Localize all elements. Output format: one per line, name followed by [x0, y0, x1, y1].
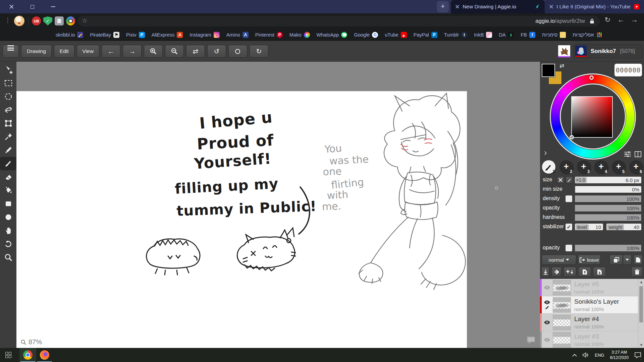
add-layer-below-button[interactable] — [564, 267, 576, 277]
bookmark-item[interactable]: FB f — [521, 32, 535, 38]
hue-cursor[interactable] — [589, 75, 594, 80]
merge-down-button[interactable] — [541, 267, 549, 277]
duplicate-layer-button[interactable] — [609, 255, 623, 265]
bookmark-item[interactable]: Tumblr t — [444, 32, 468, 38]
new-layer-button[interactable] — [634, 255, 643, 265]
bookmark-item[interactable]: InkB — [474, 32, 492, 38]
bookmark-item[interactable]: Google G — [354, 32, 378, 38]
bookmark-item[interactable]: סימניות — [542, 32, 566, 38]
tool-undo-button[interactable] — [0, 237, 16, 251]
bookmark-item[interactable]: Pixiv P — [126, 32, 145, 38]
tool-lasso-button[interactable] — [0, 103, 16, 117]
bookmark-item[interactable]: Amino A — [226, 32, 249, 38]
tool-eraser-button[interactable] — [0, 170, 16, 184]
blend-mode-dropdown[interactable]: normal — [542, 255, 576, 265]
scrollbar-thumb[interactable] — [639, 286, 643, 322]
zoom-in-button[interactable] — [144, 45, 163, 58]
layer-opacity-slider[interactable]: 100% — [575, 244, 642, 252]
address-bar[interactable]: ☆ aggie.io/apwur6r2tw — [78, 16, 600, 26]
bookmark-item[interactable]: AliExpress A — [152, 32, 183, 38]
chat-bubble-icon[interactable] — [526, 336, 536, 345]
bookmark-item[interactable]: skribbl.io — [56, 32, 83, 38]
flip-canvas-button[interactable]: ⇄ — [186, 45, 205, 58]
delete-layer-button[interactable] — [631, 267, 643, 277]
window-close-button[interactable] — [5, 2, 18, 12]
show-hidden-icons-chevron[interactable] — [572, 354, 577, 357]
view-menu-button[interactable]: View — [77, 45, 99, 58]
window-minimize-button[interactable] — [46, 2, 60, 12]
sv-cursor[interactable] — [570, 135, 574, 139]
brush-preset-button[interactable]: 3 — [577, 160, 590, 174]
new-tab-button[interactable]: + — [437, 1, 449, 12]
browser-menu-icon[interactable]: ⋮ — [5, 16, 11, 24]
clear-layer-button[interactable] — [551, 267, 561, 277]
stabilizer-checkbox[interactable]: ✓ — [565, 223, 573, 231]
tool-transform-button[interactable] — [0, 117, 16, 130]
scroll-down-icon[interactable]: ▼ — [638, 343, 644, 347]
opacity-slider[interactable]: 100% — [575, 204, 642, 212]
main-menu-button[interactable] — [3, 45, 19, 58]
bookmark-item[interactable]: Instagram — [190, 32, 219, 38]
layer-row[interactable]: Sonikko's Layer normal 100% — [540, 296, 644, 314]
show-desktop-divider[interactable] — [641, 350, 641, 360]
tab-close-icon[interactable] — [549, 5, 553, 9]
bookmark-item[interactable]: אפליקציות — [573, 32, 602, 38]
taskbar-chrome-button[interactable] — [19, 348, 36, 362]
action-center-icon[interactable] — [634, 352, 641, 358]
browser-tab[interactable]: New Drawing | Aggie.io — [451, 0, 545, 13]
bookmark-item[interactable]: DA — [499, 32, 514, 38]
split-view-icon[interactable] — [635, 151, 641, 158]
forward-button[interactable]: → — [631, 16, 638, 23]
ublock-extension-icon[interactable]: UB — [32, 16, 41, 25]
bookmark-item[interactable]: uTube — [385, 32, 407, 38]
reset-rotation-button[interactable] — [228, 45, 247, 58]
layer-row[interactable]: Layer #3 normal 100% — [540, 331, 644, 348]
layer-row[interactable]: Layer #5 normal 100% — [540, 279, 644, 296]
min-size-slider[interactable]: 0% — [575, 186, 642, 193]
tool-move-button[interactable] — [0, 63, 16, 76]
layer-visibility-eye-icon[interactable] — [544, 300, 550, 305]
current-user-button[interactable]: Sonikko7 [5076] — [574, 44, 643, 58]
bookmark-item[interactable]: WhatsApp ☎ — [317, 32, 347, 38]
zoom-out-button[interactable] — [165, 45, 184, 58]
duplicate-options-button[interactable] — [623, 255, 632, 265]
rotate-ccw-button[interactable]: ↺ — [207, 45, 226, 58]
layer-visibility-eye-icon[interactable] — [544, 320, 550, 325]
taskbar-clock[interactable]: 3:27 AM 6/12/2020 — [610, 350, 629, 361]
stabilizer-weight-field[interactable]: weight 40 — [606, 223, 642, 231]
brush-preset-button[interactable]: 2 — [559, 160, 573, 174]
redo-button[interactable]: → — [123, 45, 142, 58]
browser-tab[interactable]: I Like It (Original Mix) - YouTube — [545, 0, 644, 13]
window-maximize-button[interactable] — [25, 2, 39, 12]
hex-color-input[interactable]: 000000 — [614, 64, 642, 76]
sliders-view-icon[interactable] — [624, 151, 631, 158]
hardness-slider[interactable]: 100% — [575, 214, 642, 221]
adguard-extension-icon[interactable]: ✓ — [43, 16, 52, 25]
bookmark-item[interactable]: Pinterest P — [255, 32, 283, 38]
volume-icon[interactable] — [583, 352, 589, 358]
tool-ellipse-button[interactable] — [0, 210, 16, 224]
extension-icon[interactable] — [66, 16, 75, 25]
reload-button[interactable]: ↻ — [604, 16, 610, 23]
undo-button[interactable]: ← — [102, 45, 120, 58]
import-layer-button[interactable] — [578, 267, 591, 277]
language-indicator[interactable]: ENG — [595, 353, 604, 358]
brush-preset-button[interactable]: 5 — [612, 160, 625, 174]
drawing-canvas[interactable]: I hope u Proud of Yourself! filling up m… — [16, 91, 467, 348]
layer-opacity-checkbox[interactable] — [565, 244, 573, 252]
brush-preset-button[interactable]: 1 — [542, 160, 555, 174]
size-reset-button[interactable] — [557, 176, 564, 184]
swap-colors-icon[interactable]: ⇄ — [559, 62, 564, 69]
bookmark-item[interactable]: PirateBay ⚑ — [90, 32, 119, 38]
bookmark-item[interactable]: Mako k — [289, 32, 310, 38]
layers-scrollbar[interactable]: ▲ ▼ — [638, 279, 644, 348]
density-slider[interactable]: 100% — [575, 195, 642, 202]
layer-row[interactable]: Layer #4 normal 100% — [540, 314, 644, 331]
drawing-menu-button[interactable]: Drawing — [21, 45, 52, 58]
leave-button[interactable]: leave — [578, 255, 601, 265]
layer-visibility-eye-icon[interactable] — [544, 285, 550, 290]
tool-pan-button[interactable] — [0, 224, 16, 237]
bookmark-item[interactable]: PayPal P — [414, 32, 437, 38]
density-checkbox[interactable] — [565, 195, 573, 202]
layer-visibility-eye-icon[interactable] — [544, 338, 550, 342]
